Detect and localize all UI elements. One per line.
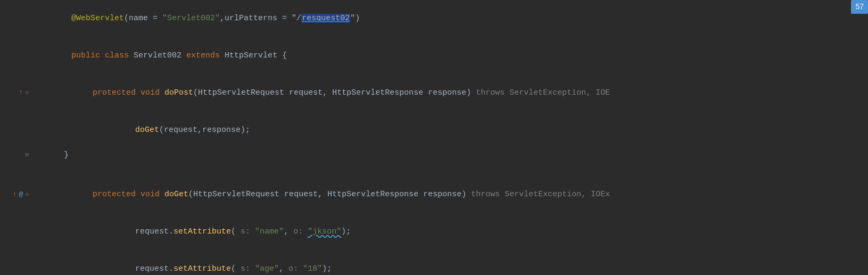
gutter-5: ⊟ bbox=[0, 148, 31, 162]
line6-content: protected void doGet(HttpServletRequest … bbox=[64, 176, 610, 213]
line3-content: protected void doPost(HttpServletRequest… bbox=[64, 74, 610, 112]
gutter-4 bbox=[0, 111, 31, 148]
code-line-empty bbox=[0, 162, 868, 176]
gutter-8 bbox=[0, 251, 31, 276]
line5-content: } bbox=[64, 149, 69, 161]
code-line-2: public class Servlet002 extends HttpServ… bbox=[0, 37, 868, 74]
code-editor: 57 @WebServlet(name = "Servlet002",urlPa… bbox=[0, 0, 868, 275]
gutter-6: ↑ @ ◇ bbox=[0, 176, 31, 213]
arrow-up-icon-2: ↑ bbox=[13, 189, 17, 200]
gutter-1 bbox=[0, 0, 31, 37]
code-line-8: request.setAttribute( s: "age", o: "18")… bbox=[0, 251, 868, 276]
fold-minus-icon[interactable]: ⊟ bbox=[25, 151, 29, 160]
code-line-1: @WebServlet(name = "Servlet002",urlPatte… bbox=[0, 0, 868, 37]
at-sign-icon: @ bbox=[19, 189, 23, 200]
line1-content: @WebServlet(name = "Servlet002",urlPatte… bbox=[43, 0, 360, 37]
line7-content: request.setAttribute( s: "name", o: "jks… bbox=[106, 213, 351, 251]
line8-content: request.setAttribute( s: "age", o: "18")… bbox=[106, 251, 332, 276]
code-line-6: ↑ @ ◇ protected void doGet(HttpServletRe… bbox=[0, 176, 868, 213]
gutter-3: ↑ ◇ bbox=[0, 74, 31, 112]
line4-content: doGet(request,response); bbox=[106, 111, 250, 148]
line2-content: public class Servlet002 extends HttpServ… bbox=[43, 37, 287, 74]
code-line-4: doGet(request,response); bbox=[0, 111, 868, 148]
annotation-webservlet: @WebServlet bbox=[71, 14, 124, 23]
fold-diamond-icon[interactable]: ◇ bbox=[25, 88, 29, 97]
fold-diamond-icon-2[interactable]: ◇ bbox=[25, 190, 29, 199]
arrow-up-icon: ↑ bbox=[19, 87, 23, 98]
highlighted-text: resquest02 bbox=[301, 14, 350, 23]
gutter-7 bbox=[0, 213, 31, 251]
gutter-2 bbox=[0, 37, 31, 74]
code-line-5: ⊟ } bbox=[0, 148, 868, 162]
code-line-7: request.setAttribute( s: "name", o: "jks… bbox=[0, 213, 868, 251]
code-line-3: ↑ ◇ protected void doPost(HttpServletReq… bbox=[0, 74, 868, 112]
